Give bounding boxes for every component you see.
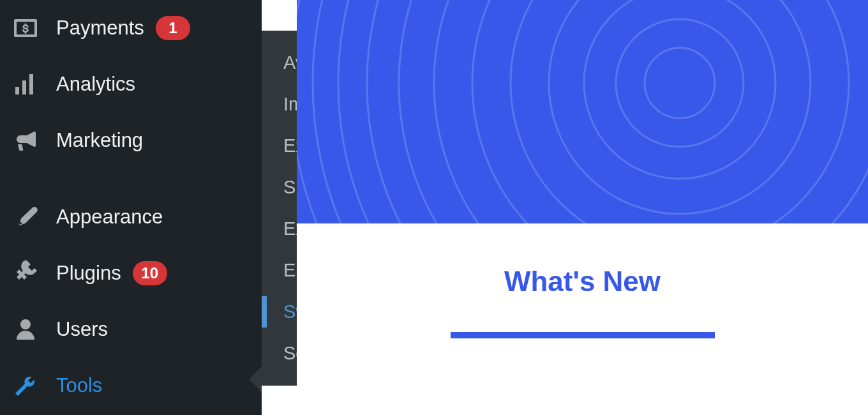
hero-circles-decoration bbox=[297, 0, 868, 223]
svg-point-0 bbox=[297, 0, 868, 223]
svg-point-10 bbox=[584, 0, 775, 179]
svg-point-5 bbox=[399, 0, 868, 223]
svg-point-6 bbox=[434, 0, 868, 223]
svg-point-1 bbox=[297, 0, 868, 223]
svg-point-2 bbox=[313, 0, 868, 223]
sidebar-item-label: Analytics bbox=[56, 73, 135, 96]
svg-point-4 bbox=[367, 0, 868, 223]
whats-new-underline bbox=[451, 332, 715, 338]
plug-icon bbox=[13, 260, 38, 286]
svg-point-8 bbox=[511, 0, 849, 223]
sidebar-item-label: Payments bbox=[56, 17, 144, 40]
sidebar-item-label: Plugins bbox=[56, 262, 121, 285]
bar-chart-icon bbox=[13, 72, 38, 97]
sidebar-item-plugins[interactable]: Plugins 10 bbox=[0, 245, 262, 301]
sidebar-item-label: Marketing bbox=[56, 129, 143, 152]
megaphone-icon bbox=[13, 128, 38, 153]
flyout-arrow bbox=[249, 366, 262, 392]
svg-point-7 bbox=[472, 0, 868, 223]
sidebar-item-users[interactable]: Users bbox=[0, 301, 262, 358]
notification-badge: 1 bbox=[156, 16, 190, 40]
admin-sidebar: Payments 1 Analytics Marketing Appearanc… bbox=[0, 0, 262, 415]
sidebar-item-label: Users bbox=[56, 318, 108, 341]
sidebar-item-appearance[interactable]: Appearance bbox=[0, 189, 262, 245]
sidebar-separator bbox=[0, 169, 262, 189]
whats-new-panel: What's New bbox=[297, 223, 868, 415]
notification-badge: 10 bbox=[133, 261, 167, 285]
sidebar-item-label: Appearance bbox=[56, 206, 163, 229]
dollar-box-icon bbox=[13, 15, 38, 41]
whats-new-heading: What's New bbox=[504, 266, 661, 298]
svg-point-9 bbox=[549, 0, 811, 214]
wrench-icon bbox=[13, 373, 38, 398]
sidebar-item-tools[interactable]: Tools bbox=[0, 358, 262, 414]
hero-banner bbox=[297, 0, 868, 223]
svg-point-11 bbox=[616, 19, 744, 147]
user-icon bbox=[13, 317, 38, 342]
paintbrush-icon bbox=[13, 204, 38, 230]
sidebar-item-analytics[interactable]: Analytics bbox=[0, 56, 262, 112]
sidebar-item-payments[interactable]: Payments 1 bbox=[0, 0, 262, 56]
sidebar-item-marketing[interactable]: Marketing bbox=[0, 112, 262, 169]
svg-point-12 bbox=[645, 48, 715, 118]
sidebar-item-label: Tools bbox=[56, 374, 102, 397]
